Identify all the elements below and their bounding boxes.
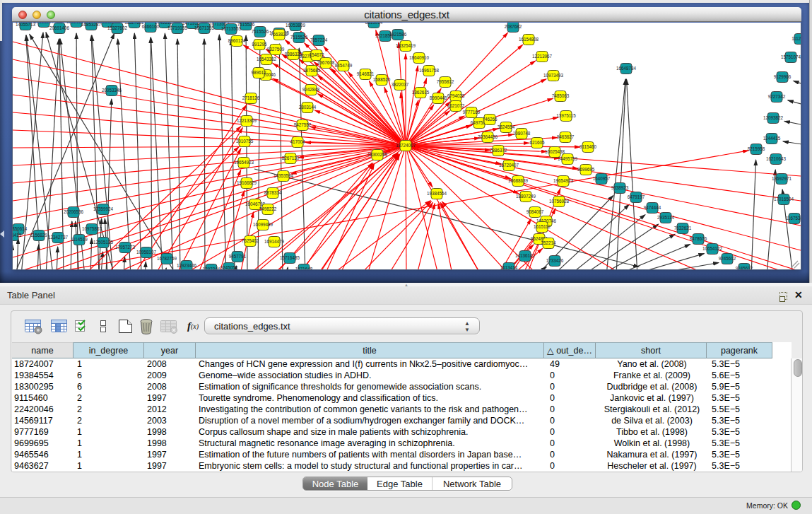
svg-text:15327602: 15327602 <box>107 25 128 30</box>
svg-text:18300295: 18300295 <box>367 152 388 157</box>
svg-text:7515526: 7515526 <box>252 29 269 34</box>
svg-text:1621072: 1621072 <box>447 103 465 108</box>
svg-text:1588520: 1588520 <box>373 77 391 82</box>
svg-text:8960124: 8960124 <box>228 38 246 43</box>
svg-text:16914479: 16914479 <box>264 239 285 244</box>
svg-text:7857224: 7857224 <box>310 37 328 42</box>
svg-text:2718126: 2718126 <box>242 95 260 100</box>
svg-text:1875685: 1875685 <box>303 68 321 73</box>
svg-text:1921586: 1921586 <box>389 32 407 37</box>
svg-text:9777169: 9777169 <box>463 110 481 115</box>
svg-text:8427552: 8427552 <box>294 122 312 127</box>
svg-text:16961758: 16961758 <box>419 68 440 73</box>
svg-text:9327509: 9327509 <box>267 47 285 52</box>
svg-text:7663822: 7663822 <box>271 32 288 37</box>
svg-text:14136141: 14136141 <box>515 253 536 258</box>
svg-text:14495759: 14495759 <box>558 156 578 161</box>
svg-text:6466160: 6466160 <box>142 24 160 29</box>
svg-text:3498222: 3498222 <box>259 206 277 211</box>
svg-text:12505135: 12505135 <box>93 240 114 245</box>
svg-text:17016504: 17016504 <box>774 197 794 201</box>
svg-text:17957273: 17957273 <box>115 245 136 250</box>
svg-text:1292344: 1292344 <box>203 267 220 269</box>
svg-text:9457791: 9457791 <box>229 254 247 259</box>
svg-text:9115460: 9115460 <box>579 144 597 149</box>
svg-text:417004: 417004 <box>290 139 305 144</box>
svg-text:891295: 891295 <box>252 42 267 47</box>
svg-text:10654122: 10654122 <box>702 246 723 251</box>
svg-text:1167534: 1167534 <box>786 216 801 221</box>
svg-text:989612: 989612 <box>251 70 266 75</box>
svg-text:16099489: 16099489 <box>253 222 273 227</box>
svg-text:9242848: 9242848 <box>302 87 320 92</box>
svg-text:12342737: 12342737 <box>48 235 69 240</box>
svg-text:7955812: 7955812 <box>437 79 454 84</box>
svg-text:17359924: 17359924 <box>93 206 114 211</box>
svg-text:12093822: 12093822 <box>763 115 784 120</box>
svg-text:2803144: 2803144 <box>299 105 317 110</box>
svg-text:1640957: 1640957 <box>593 176 611 181</box>
svg-text:10973493: 10973493 <box>543 73 564 78</box>
svg-text:252214: 252214 <box>541 240 556 245</box>
svg-text:3915419: 3915419 <box>12 233 22 238</box>
svg-text:16543382: 16543382 <box>257 57 277 62</box>
svg-text:10756928: 10756928 <box>549 199 570 204</box>
svg-text:(x): (x) <box>191 322 199 331</box>
svg-text:10671355: 10671355 <box>194 25 215 30</box>
svg-text:10975867: 10975867 <box>82 226 102 231</box>
svg-text:7886372: 7886372 <box>490 148 507 153</box>
svg-text:3824554: 3824554 <box>498 124 515 129</box>
svg-text:16053809: 16053809 <box>286 23 306 28</box>
svg-text:1615112: 1615112 <box>534 224 551 229</box>
svg-text:8813014: 8813014 <box>365 23 383 25</box>
svg-text:746266: 746266 <box>482 117 498 122</box>
svg-text:15716485: 15716485 <box>280 255 300 260</box>
svg-text:9245612: 9245612 <box>736 266 753 269</box>
svg-text:9084067: 9084067 <box>526 209 544 214</box>
svg-text:10958107: 10958107 <box>136 250 157 255</box>
svg-text:9699695: 9699695 <box>577 167 595 172</box>
svg-text:18724007: 18724007 <box>396 143 416 148</box>
svg-text:20881124: 20881124 <box>34 23 54 24</box>
svg-text:16210643: 16210643 <box>766 156 787 161</box>
svg-text:8990448: 8990448 <box>430 95 447 100</box>
svg-text:6794028: 6794028 <box>447 93 465 98</box>
svg-text:14055713: 14055713 <box>16 23 36 27</box>
svg-text:14353594: 14353594 <box>273 173 294 178</box>
svg-text:8478676: 8478676 <box>690 236 707 241</box>
svg-text:12923446: 12923446 <box>177 263 197 268</box>
svg-text:1080748: 1080748 <box>513 131 531 136</box>
svg-text:13975115: 13975115 <box>556 113 576 118</box>
svg-text:13325419: 13325419 <box>396 43 416 48</box>
svg-text:19384554: 19384554 <box>427 191 447 196</box>
svg-text:18640910: 18640910 <box>409 55 430 60</box>
svg-text:8454749: 8454749 <box>335 63 353 68</box>
svg-text:1156829: 1156829 <box>30 233 48 238</box>
svg-text:1114519: 1114519 <box>71 237 88 242</box>
svg-text:16713553: 16713553 <box>221 26 242 31</box>
svg-text:19654923: 19654923 <box>234 160 254 165</box>
svg-text:7515526: 7515526 <box>290 35 308 40</box>
svg-text:9338923: 9338923 <box>611 185 629 190</box>
svg-text:2087682: 2087682 <box>505 24 522 29</box>
svg-text:1112753: 1112753 <box>792 36 801 41</box>
svg-text:15751074: 15751074 <box>781 54 801 59</box>
svg-text:1010755: 1010755 <box>236 139 254 144</box>
svg-text:7485063: 7485063 <box>552 93 570 98</box>
svg-text:12213967: 12213967 <box>532 54 553 59</box>
svg-text:8267130: 8267130 <box>282 156 300 160</box>
svg-text:1733426: 1733426 <box>546 258 564 263</box>
svg-text:8215958: 8215958 <box>748 146 765 151</box>
svg-text:10688639: 10688639 <box>508 178 529 183</box>
svg-text:20691406: 20691406 <box>49 25 70 30</box>
svg-text:20053346: 20053346 <box>102 88 122 93</box>
svg-text:9146821: 9146821 <box>357 71 375 76</box>
svg-text:19166829: 19166829 <box>237 180 257 185</box>
svg-text:7625402: 7625402 <box>242 238 259 243</box>
svg-text:18807249: 18807249 <box>516 194 536 199</box>
svg-text:9227342: 9227342 <box>768 94 786 99</box>
svg-text:2935114: 2935114 <box>657 215 675 220</box>
svg-text:7632621: 7632621 <box>674 226 692 230</box>
svg-text:9463627: 9463627 <box>557 134 575 139</box>
svg-text:19654923: 19654923 <box>553 178 574 183</box>
